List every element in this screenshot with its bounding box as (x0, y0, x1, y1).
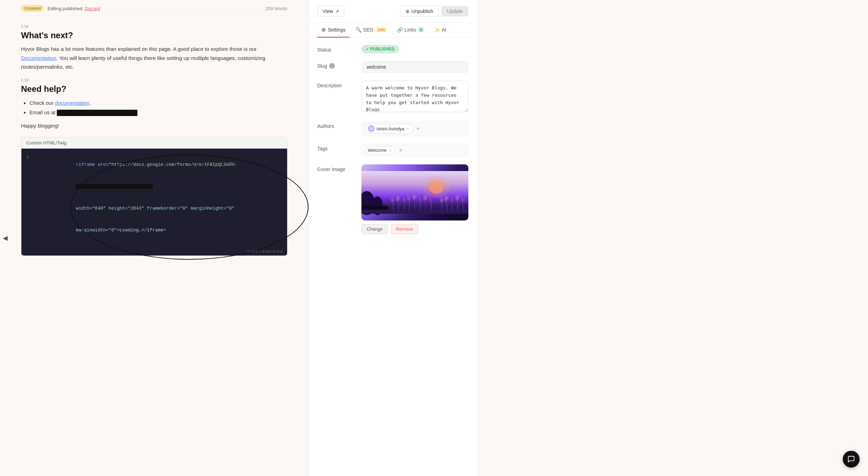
svg-point-8 (393, 197, 395, 202)
external-link-icon: ↗ (335, 9, 339, 14)
top-bar: Unsaved Editing published. Discard 259 W… (21, 0, 287, 16)
links-icon: 🔗 (397, 27, 403, 33)
editor-area: Unsaved Editing published. Discard 259 W… (0, 0, 308, 476)
svg-rect-45 (361, 210, 468, 214)
svg-point-38 (453, 196, 454, 201)
svg-point-13 (403, 196, 405, 202)
sidebar-top-right: ⊗ Unpublish Update (400, 6, 468, 17)
code-line-redacted (26, 176, 282, 198)
heading-need-help[interactable]: Need help? (21, 84, 287, 94)
view-label: View (323, 8, 333, 14)
description-textarea[interactable]: A warm welcome to Hyvor Blogs. We have p… (361, 81, 468, 112)
slug-input[interactable] (361, 61, 468, 73)
svg-point-16 (407, 195, 409, 200)
svg-point-25 (423, 195, 426, 200)
documentation-link-2[interactable]: documentation (55, 100, 89, 106)
seo-badge: 14% (375, 27, 387, 33)
tab-settings[interactable]: ⚙ Settings (317, 23, 350, 38)
tags-field-value: Welcome × + (361, 144, 468, 157)
status-field-row: Status ✓ PUBLISHED (317, 45, 468, 53)
editing-status-text: Editing published. Discard (47, 6, 100, 11)
svg-point-19 (413, 195, 415, 200)
heading-whats-next[interactable]: What's next? (21, 30, 287, 40)
svg-point-37 (451, 196, 453, 202)
update-button[interactable]: Update (441, 6, 468, 16)
redacted-code-block (76, 184, 153, 189)
svg-point-31 (440, 197, 442, 203)
svg-point-23 (421, 195, 422, 200)
svg-point-29 (431, 196, 433, 201)
status-published-badge: ✓ PUBLISHED (361, 45, 399, 53)
authors-tag-row: IA Ishini Avindya × + (361, 121, 468, 136)
svg-point-44 (463, 196, 465, 201)
tab-links[interactable]: 🔗 Links 6 (393, 23, 428, 38)
tags-field-row: Tags Welcome × + (317, 144, 468, 157)
bullet-item-2: Email us at (29, 108, 287, 117)
remove-tag-0[interactable]: × (389, 148, 391, 152)
svg-point-41 (457, 195, 459, 200)
tags-label: Tags (317, 144, 356, 151)
author-chip-0: IA Ishini Avindya × (365, 124, 413, 134)
line-number-1: 1 (26, 154, 33, 176)
tab-ai-label: AI (442, 27, 446, 33)
tab-seo[interactable]: 🔍 SEO 14% (351, 23, 392, 38)
chat-button[interactable] (843, 451, 860, 468)
svg-point-32 (442, 197, 444, 202)
tab-ai[interactable]: ✨ AI (430, 23, 450, 38)
slug-field-value (361, 61, 468, 73)
svg-point-26 (425, 195, 427, 200)
unpublish-label: Unpublish (412, 8, 433, 14)
tab-seo-label: SEO (363, 27, 374, 33)
top-bar-left: Unsaved Editing published. Discard (21, 5, 100, 12)
view-button[interactable]: View ↗ (317, 6, 344, 17)
svg-point-10 (396, 196, 399, 202)
cover-image-actions: Change Remove (361, 224, 468, 234)
code-block-body[interactable]: 1 <iframe src="https://docs.google.com/f… (21, 149, 287, 247)
tab-settings-label: Settings (328, 27, 346, 33)
sidebar: View ↗ ⊗ Unpublish Update ⚙ Settings 🔍 S… (308, 0, 477, 476)
author-avatar-0: IA (368, 125, 375, 132)
svg-point-35 (447, 195, 448, 200)
word-count: 259 Words (265, 6, 287, 11)
code-line-1-content: <iframe src="https://docs.google.com/for… (38, 154, 282, 176)
tags-tag-row: Welcome × + (361, 144, 468, 157)
svg-point-43 (461, 197, 463, 202)
slug-info-icon[interactable]: i (329, 63, 335, 69)
unpublish-button[interactable]: ⊗ Unpublish (400, 6, 439, 17)
documentation-link-1[interactable]: Documentation (21, 55, 56, 61)
authors-label: Authors (317, 121, 356, 129)
code-line-1: 1 <iframe src="https://docs.google.com/f… (26, 154, 282, 176)
svg-point-28 (429, 196, 432, 202)
description-field-value: A warm welcome to Hyvor Blogs. We have p… (361, 81, 468, 114)
add-tag-button[interactable]: + (397, 147, 404, 154)
sidebar-tabs: ⚙ Settings 🔍 SEO 14% 🔗 Links 6 ✨ AI (309, 23, 477, 38)
eye-off-icon: ⊗ (406, 9, 409, 14)
redacted-email (57, 110, 137, 116)
collapse-sidebar-button[interactable]: ◀ (3, 234, 8, 242)
code-block-header: Custom HTML/Twig (21, 137, 287, 149)
cover-image-box (361, 164, 468, 220)
authors-field-row: Authors IA Ishini Avindya × + (317, 121, 468, 136)
remove-cover-button[interactable]: Remove (391, 224, 418, 234)
svg-point-34 (445, 196, 447, 201)
tab-links-label: Links (405, 27, 416, 33)
svg-point-2 (423, 176, 449, 198)
remove-author-0[interactable]: × (407, 127, 409, 131)
happy-blogging-text: Happy blogging! (21, 123, 287, 129)
author-name-0: Ishini Avindya (377, 126, 404, 131)
code-block-container: Custom HTML/Twig 1 <iframe src="https://… (21, 137, 287, 256)
code-line-3: marginwidth="0">Loading…</iframe> (26, 220, 282, 242)
change-cover-button[interactable]: Change (361, 224, 388, 234)
add-author-button[interactable]: + (415, 125, 422, 132)
status-value: ✓ PUBLISHED (361, 45, 468, 53)
editor-content: h3# What's next? Hyvor Blogs has a lot m… (21, 16, 287, 271)
bullet-item-1: Check our documentation. (29, 98, 287, 108)
svg-point-11 (398, 195, 400, 200)
code-block-wrapper[interactable]: Custom HTML/Twig 1 <iframe src="https://… (21, 137, 287, 256)
links-badge: 6 (418, 27, 424, 33)
heading-label-2: h3# (21, 78, 287, 83)
description-label: Description (317, 81, 356, 88)
sidebar-top: View ↗ ⊗ Unpublish Update (309, 0, 477, 23)
code-line-2: width="640" height="2843" frameborder="0… (26, 198, 282, 219)
discard-link[interactable]: Discard (85, 6, 100, 11)
